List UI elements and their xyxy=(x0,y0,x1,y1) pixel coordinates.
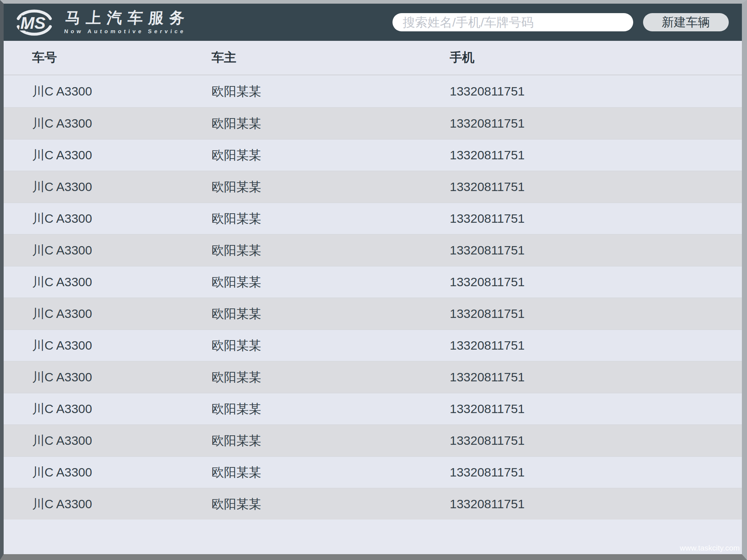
cell-phone: 13320811751 xyxy=(421,338,742,353)
cell-owner: 欧阳某某 xyxy=(183,496,421,513)
new-vehicle-button[interactable]: 新建车辆 xyxy=(643,13,729,31)
cell-plate: 川C A3300 xyxy=(4,147,183,164)
brand-text: 马上汽车服务 Now Automotive Service xyxy=(64,10,191,34)
cell-phone: 13320811751 xyxy=(421,465,742,479)
cell-plate: 川C A3300 xyxy=(4,432,183,449)
table-row[interactable]: 川C A3300 欧阳某某 13320811751 xyxy=(4,298,742,329)
cell-owner: 欧阳某某 xyxy=(183,306,421,322)
brand-name-cn: 马上汽车服务 xyxy=(65,10,191,26)
cell-plate: 川C A3300 xyxy=(4,369,183,386)
cell-owner: 欧阳某某 xyxy=(183,242,421,259)
table-header-row: 车号 车主 手机 xyxy=(4,41,742,75)
cell-plate: 川C A3300 xyxy=(4,274,183,291)
table-row[interactable]: 川C A3300 欧阳某某 13320811751 xyxy=(4,424,742,456)
cell-phone: 13320811751 xyxy=(421,275,742,289)
table-row[interactable]: 川C A3300 欧阳某某 13320811751 xyxy=(4,361,742,393)
cell-owner: 欧阳某某 xyxy=(183,464,421,481)
app-window: MS 马上汽车服务 Now Automotive Service 新建车辆 车号… xyxy=(0,0,747,560)
search-input[interactable] xyxy=(392,13,633,31)
cell-phone: 13320811751 xyxy=(421,211,742,226)
watermark: www.taskcity.com xyxy=(680,544,740,552)
cell-phone: 13320811751 xyxy=(421,433,742,448)
cell-plate: 川C A3300 xyxy=(4,115,183,132)
table-row[interactable]: 川C A3300 欧阳某某 13320811751 xyxy=(4,329,742,361)
cell-owner: 欧阳某某 xyxy=(183,83,421,100)
ms-logo-icon: MS xyxy=(15,8,55,36)
cell-phone: 13320811751 xyxy=(421,180,742,194)
cell-owner: 欧阳某某 xyxy=(183,337,421,354)
cell-plate: 川C A3300 xyxy=(4,210,183,227)
table-row[interactable]: 川C A3300 欧阳某某 13320811751 xyxy=(4,488,742,520)
vehicle-table: 川C A3300 欧阳某某 13320811751 川C A3300 欧阳某某 … xyxy=(4,75,742,520)
cell-phone: 13320811751 xyxy=(421,148,742,162)
table-row[interactable]: 川C A3300 欧阳某某 13320811751 xyxy=(4,107,742,139)
table-row[interactable]: 川C A3300 欧阳某某 13320811751 xyxy=(4,234,742,266)
cell-phone: 13320811751 xyxy=(421,370,742,384)
cell-owner: 欧阳某某 xyxy=(183,179,421,195)
brand-monogram: MS xyxy=(20,13,46,32)
app-header: MS 马上汽车服务 Now Automotive Service 新建车辆 xyxy=(4,4,742,41)
cell-plate: 川C A3300 xyxy=(4,83,183,100)
cell-phone: 13320811751 xyxy=(421,307,742,321)
cell-phone: 13320811751 xyxy=(421,84,742,98)
table-row[interactable]: 川C A3300 欧阳某某 13320811751 xyxy=(4,202,742,234)
brand-logo: MS 马上汽车服务 Now Automotive Service xyxy=(15,8,190,36)
cell-phone: 13320811751 xyxy=(421,243,742,257)
table-row[interactable]: 川C A3300 欧阳某某 13320811751 xyxy=(4,139,742,171)
table-row[interactable]: 川C A3300 欧阳某某 13320811751 xyxy=(4,171,742,202)
cell-phone: 13320811751 xyxy=(421,116,742,131)
cell-plate: 川C A3300 xyxy=(4,464,183,481)
cell-phone: 13320811751 xyxy=(421,497,742,511)
table-row[interactable]: 川C A3300 欧阳某某 13320811751 xyxy=(4,456,742,488)
cell-owner: 欧阳某某 xyxy=(183,432,421,449)
cell-owner: 欧阳某某 xyxy=(183,401,421,417)
cell-owner: 欧阳某某 xyxy=(183,147,421,164)
cell-plate: 川C A3300 xyxy=(4,179,183,195)
cell-owner: 欧阳某某 xyxy=(183,115,421,132)
cell-plate: 川C A3300 xyxy=(4,242,183,259)
cell-plate: 川C A3300 xyxy=(4,401,183,417)
column-header-phone: 手机 xyxy=(421,49,742,66)
brand-name-en: Now Automotive Service xyxy=(64,28,189,34)
cell-plate: 川C A3300 xyxy=(4,306,183,322)
cell-plate: 川C A3300 xyxy=(4,496,183,513)
table-row[interactable]: 川C A3300 欧阳某某 13320811751 xyxy=(4,266,742,298)
cell-phone: 13320811751 xyxy=(421,402,742,416)
cell-owner: 欧阳某某 xyxy=(183,369,421,386)
column-header-plate: 车号 xyxy=(4,49,183,66)
cell-owner: 欧阳某某 xyxy=(183,210,421,227)
cell-plate: 川C A3300 xyxy=(4,337,183,354)
table-row[interactable]: 川C A3300 欧阳某某 13320811751 xyxy=(4,393,742,424)
table-row[interactable]: 川C A3300 欧阳某某 13320811751 xyxy=(4,75,742,107)
cell-owner: 欧阳某某 xyxy=(183,274,421,291)
column-header-owner: 车主 xyxy=(183,49,421,66)
